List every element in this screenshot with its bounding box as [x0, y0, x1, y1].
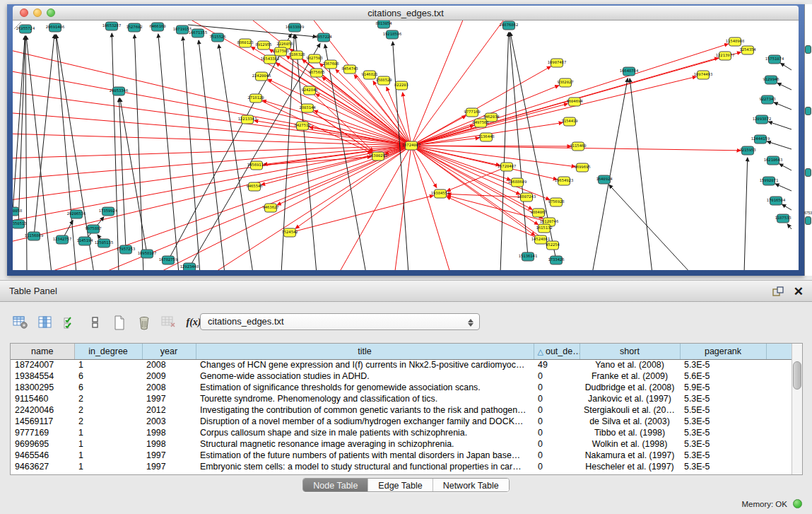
graph-node-label: 16782759 [159, 257, 178, 262]
graph-node-label: 12505135 [95, 240, 114, 245]
background-window-edge[interactable]: 6753 [804, 4, 812, 276]
attribute-table: namein_degreeyeartitle△out_de…shortpager… [11, 344, 792, 472]
table-scrollbar[interactable] [792, 344, 802, 474]
table-row[interactable]: 2242004622012Investigating the contribut… [11, 404, 792, 416]
graph-node-label: 8427512 [294, 123, 310, 127]
table-row[interactable]: 1872400712008Changes of HCN gene express… [11, 359, 792, 370]
tab-edge-table[interactable]: Edge Table [368, 479, 433, 491]
graph-edge [592, 78, 628, 270]
graph-node-label: 12093872 [753, 117, 772, 121]
graph-node-label: 14569117 [247, 163, 266, 167]
table-row[interactable]: 946362711997Embryonic stem cells: a mode… [11, 461, 792, 472]
table-row[interactable]: 1456911722003Disruption of a novel membe… [11, 416, 792, 427]
dropdown-stepper-icon [466, 317, 474, 328]
window-resize-grip[interactable] [13, 21, 22, 30]
graph-edge [777, 83, 792, 90]
create-column-button[interactable] [110, 313, 129, 332]
graph-edge [13, 112, 411, 146]
row-height-button[interactable] [86, 313, 104, 332]
graph-edge [774, 103, 792, 110]
graph-node-label: 822203 [394, 83, 408, 87]
minimize-window-button[interactable] [33, 8, 42, 17]
graph-node-label: 2136448 [478, 134, 494, 139]
graph-node-label: 6497568 [472, 120, 488, 124]
graph-edge [307, 108, 372, 152]
tab-node-table[interactable]: Node Table [303, 479, 368, 491]
scrollbar-thumb[interactable] [793, 361, 801, 390]
graph-node-label: 16648784 [620, 69, 639, 73]
graph-node-label: 9975887 [85, 226, 101, 230]
graph-node-label: 8813054 [375, 21, 392, 25]
graph-node-label: 8860123 [237, 40, 253, 45]
delete-table-button[interactable] [160, 313, 178, 332]
graph-edge [775, 184, 792, 191]
graph-node-label: 9465546 [246, 184, 262, 188]
graph-node-label: 17016504 [767, 198, 786, 202]
graph-node-label: 9115460 [570, 144, 586, 148]
graph-node-label: 1640924 [596, 177, 613, 181]
graph-node-label: 2367608 [322, 62, 339, 66]
close-panel-icon[interactable]: ✕ [794, 286, 804, 298]
table-row[interactable]: 1938455462009Genome-wide association stu… [11, 370, 792, 382]
column-header-in_degree[interactable]: in_degree [74, 344, 142, 359]
select-columns-button[interactable] [61, 313, 79, 332]
graph-node-label: 26160058 [13, 209, 22, 213]
close-window-button[interactable] [20, 8, 28, 17]
graph-edge [744, 158, 748, 270]
column-header-out_degree[interactable]: △out_de… [534, 344, 579, 359]
graph-edge [394, 146, 411, 270]
column-header-short[interactable]: short [579, 344, 680, 359]
graph-node-label: 15751074 [765, 57, 784, 61]
column-header-pagerank[interactable]: pagerank [680, 344, 766, 359]
graph-node-label: 16033809 [286, 25, 305, 29]
graph-edge [112, 33, 119, 270]
graph-node-label: 7515526 [209, 35, 225, 39]
graph-node-label: 9827503 [306, 56, 322, 60]
network-canvas[interactable]: 1872400718300295193845548860123891295522… [13, 21, 799, 270]
window-title: citations_edges.txt [367, 8, 444, 18]
column-header-name[interactable]: name [11, 344, 74, 359]
table-selector-dropdown[interactable]: citations_edges.txt [200, 313, 480, 330]
graph-edge [168, 34, 291, 260]
network-window-titlebar[interactable]: citations_edges.txt [13, 6, 799, 21]
graph-node-label: 1615132 [536, 226, 552, 230]
show-columns-button[interactable] [36, 313, 54, 332]
graph-node-label: 12213977 [716, 53, 735, 57]
graph-edge [18, 36, 25, 224]
table-row[interactable]: 946554611997Estimation of the future num… [11, 450, 792, 461]
graph-node-label: 18724007 [402, 143, 421, 147]
network-window[interactable]: citations_edges.txt 18724007183002951938… [7, 4, 804, 276]
graph-edge [13, 70, 411, 146]
graph-edge [310, 90, 373, 151]
graph-node-label: 10907487 [548, 60, 567, 64]
zoom-window-button[interactable] [47, 8, 55, 17]
column-header-title[interactable]: title [196, 344, 534, 359]
graph-edge [411, 21, 507, 146]
graph-edge [199, 40, 225, 270]
table-row[interactable]: 969969511998Structural magnetic resonanc… [11, 438, 792, 450]
graph-edge [41, 146, 411, 270]
graph-node-label: 6466160 [149, 24, 165, 28]
graph-node-label: 20691406 [46, 25, 65, 29]
graph-node-label: 7524542 [281, 230, 298, 234]
table-selector-value: citations_edges.txt [208, 316, 284, 327]
delete-column-button[interactable] [135, 313, 153, 332]
citation-network-graph[interactable]: 1872400718300295193845548860123891295522… [13, 21, 799, 270]
sort-ascending-icon: △ [538, 347, 546, 356]
tab-network-table[interactable]: Network Table [433, 479, 509, 491]
graph-node-label: 1588520 [375, 78, 392, 82]
float-panel-icon[interactable] [772, 286, 784, 296]
graph-edge [787, 224, 792, 229]
table-row[interactable]: 911546021997Tourette syndrome. Phenomeno… [11, 393, 792, 404]
graph-node-label: 9777169 [464, 110, 480, 114]
graph-node-label: 20206536 [67, 211, 86, 216]
table-row[interactable]: 977716911998Corpus callosum shape and si… [11, 427, 792, 438]
table-settings-button[interactable] [11, 313, 30, 332]
graph-edge [158, 34, 179, 270]
graph-edge [134, 35, 143, 270]
table-row[interactable]: 1830029562008Estimation of significance … [11, 382, 792, 393]
graph-node-label: 9227343 [759, 97, 775, 101]
column-header-year[interactable]: year [142, 344, 196, 359]
graph-edge [447, 197, 541, 240]
graph-edge [183, 37, 200, 270]
